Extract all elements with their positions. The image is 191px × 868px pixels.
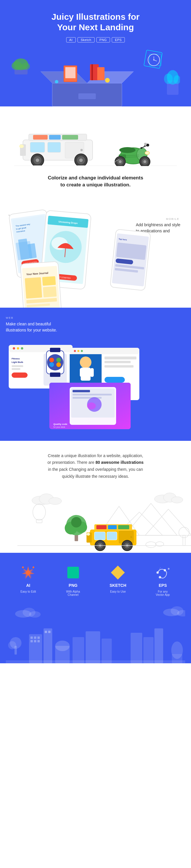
svg-rect-108: [12, 368, 20, 370]
svg-point-49: [146, 144, 149, 147]
svg-point-123: [81, 350, 83, 352]
format-badges: AI Sketch PNG EPS: [6, 37, 185, 42]
svg-point-42: [19, 145, 24, 148]
svg-rect-218: [102, 639, 112, 663]
svg-rect-138: [73, 394, 112, 396]
svg-point-12: [12, 61, 22, 70]
svg-rect-208: [34, 637, 36, 639]
svg-point-112: [47, 354, 63, 370]
svg-point-121: [74, 350, 76, 352]
svg-rect-211: [34, 640, 36, 642]
svg-rect-216: [73, 637, 84, 663]
hero-illustration: [6, 48, 185, 106]
svg-point-223: [55, 641, 70, 651]
ai-label: AI: [26, 583, 30, 588]
svg-rect-226: [6, 660, 185, 663]
svg-rect-127: [80, 368, 83, 377]
svg-text:for your desk: for your desk: [53, 426, 65, 428]
svg-text:Light Bulb: Light Bulb: [12, 361, 23, 364]
svg-rect-166: [118, 525, 129, 529]
feature-eps: EPS For anyVector App: [151, 564, 175, 596]
scooter-illustration: [6, 121, 185, 167]
landscape-illustration: [17, 489, 191, 553]
svg-point-205: [8, 641, 16, 649]
svg-rect-96: [116, 242, 147, 260]
svg-point-60: [144, 143, 147, 145]
svg-point-34: [80, 149, 83, 151]
svg-rect-28: [33, 135, 48, 140]
badge-png: PNG: [97, 37, 110, 42]
svg-point-141: [87, 402, 96, 409]
badge-ai: AI: [66, 37, 76, 42]
hero-title: Juicy Illustrations forYour Next Landing: [6, 12, 185, 33]
badge-eps: EPS: [112, 37, 125, 42]
svg-rect-220: [143, 637, 154, 663]
svg-point-116: [56, 362, 61, 367]
svg-point-114: [56, 358, 61, 362]
svg-point-194: [168, 568, 169, 570]
web-label: WEB: [6, 316, 185, 319]
svg-point-24: [105, 78, 110, 83]
svg-point-40: [79, 158, 83, 162]
sketch-label: SKETCH: [109, 583, 126, 588]
svg-point-172: [86, 533, 90, 536]
svg-point-13: [21, 63, 30, 70]
svg-rect-129: [105, 356, 137, 360]
feature-ai: AI Easy to Edit: [16, 564, 40, 593]
svg-rect-209: [37, 637, 40, 639]
svg-point-50: [141, 147, 142, 149]
description-section: Create a unique illustration for a websi…: [0, 441, 191, 553]
sketch-icon: [110, 564, 126, 581]
ai-icon: [20, 564, 36, 581]
svg-rect-137: [73, 390, 90, 392]
feature-png: PNG With AlphaChannel: [62, 564, 85, 596]
svg-point-193: [159, 576, 161, 578]
svg-rect-132: [105, 377, 125, 383]
svg-rect-164: [97, 525, 107, 529]
svg-point-57: [143, 160, 146, 163]
svg-point-125: [80, 356, 91, 368]
svg-point-113: [49, 358, 54, 362]
svg-rect-16: [78, 93, 96, 99]
svg-rect-29: [49, 135, 61, 140]
svg-rect-213: [43, 628, 52, 663]
svg-rect-74: [9, 214, 9, 216]
mobile-phones-illustration: The easiest way to get great insurance G…: [3, 206, 191, 316]
svg-rect-30: [62, 135, 78, 140]
png-icon: [65, 564, 81, 581]
sketch-sublabel: Easy to Use: [110, 590, 126, 593]
svg-point-54: [119, 160, 122, 163]
svg-text:Fitness: Fitness: [12, 358, 20, 360]
svg-point-58: [145, 151, 150, 155]
svg-point-103: [17, 347, 19, 349]
mobile-section: MOBILE Add brightness and style to appli…: [0, 197, 191, 308]
hero-section: Juicy Illustrations forYour Next Landing…: [0, 0, 191, 106]
svg-line-5: [154, 60, 157, 61]
eps-icon: [155, 564, 171, 581]
scooter-caption: Colorize and change individual elementst…: [35, 175, 156, 188]
svg-rect-87: [25, 277, 42, 299]
description-text: Create a unique illustration for a websi…: [17, 453, 174, 480]
svg-rect-117: [50, 348, 61, 352]
svg-point-122: [77, 350, 80, 352]
svg-point-161: [71, 517, 82, 527]
svg-rect-189: [67, 567, 79, 578]
svg-point-8: [164, 73, 173, 84]
svg-point-47: [119, 147, 136, 153]
web-illustration: Fitness Light Bulb: [6, 339, 185, 432]
ai-sublabel: Easy to Edit: [21, 590, 36, 593]
city-scene: [6, 605, 185, 663]
svg-point-154: [171, 497, 183, 503]
svg-rect-130: [105, 361, 130, 363]
svg-rect-128: [90, 368, 94, 377]
svg-rect-118: [50, 372, 61, 377]
png-label: PNG: [69, 583, 77, 588]
svg-rect-210: [31, 640, 33, 642]
scooter-section: Colorize and change individual elementst…: [0, 106, 191, 197]
svg-point-188: [33, 566, 34, 568]
svg-point-187: [22, 566, 24, 568]
svg-text:Quality code: Quality code: [53, 423, 68, 426]
badge-sketch: Sketch: [77, 37, 94, 42]
svg-point-199: [29, 611, 41, 618]
web-section: WEB Make clean and beautiful illustratio…: [0, 308, 191, 441]
